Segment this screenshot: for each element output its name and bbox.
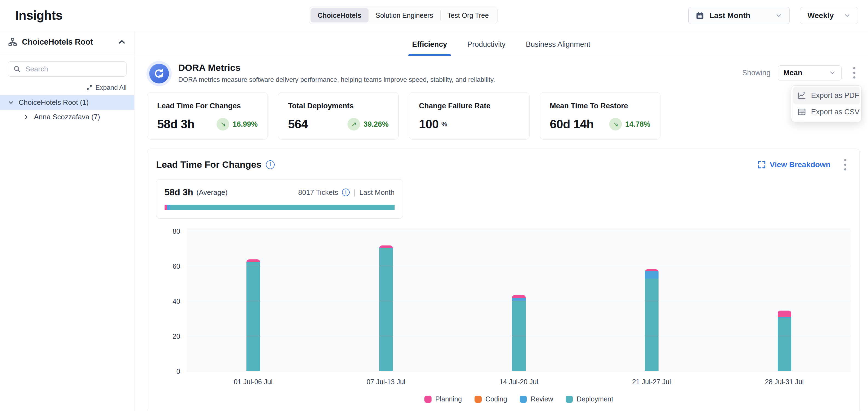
chart-bar[interactable] [379,245,393,371]
x-tick-label: 21 Jul-27 Jul [585,378,718,386]
dora-cycle-icon [149,64,169,83]
chart-bar-slot [718,228,851,371]
showing-mode-dropdown[interactable]: Mean [778,65,842,80]
menu-item-export-as-csv[interactable]: Export as CSV [793,104,860,120]
info-icon[interactable]: i [342,189,350,196]
lead-time-kebab-menu-button[interactable] [840,157,851,172]
expand-diagonal-icon [86,84,93,91]
x-tick-label: 14 Jul-20 Jul [452,378,585,386]
showing-label: Showing [742,69,771,77]
chart-bar[interactable] [645,269,658,371]
lead-time-title: Lead Time For Changes [156,159,261,170]
expand-all-button[interactable]: Expand All [86,84,126,92]
tree-item[interactable]: ChoiceHotels Root (1) [0,95,134,110]
tickets-count: 8017 Tickets [298,188,338,197]
bar-segment-deployment [246,263,260,371]
chart-line-icon [797,91,806,100]
trend-percent: 16.99% [232,120,258,129]
x-tick-label: 07 Jul-13 Jul [319,378,452,386]
menu-item-export-as-pdf[interactable]: Export as PDF [793,87,860,104]
org-tab-test-org-tree[interactable]: Test Org Tree [440,8,496,23]
bar-segment-planning [246,260,260,262]
tab-business-alignment[interactable]: Business Alignment [526,40,590,56]
x-tick-label: 28 Jul-31 Jul [718,378,851,386]
metric-value-row: 100% [419,117,520,131]
chart-bar-slot [319,228,452,371]
lead-time-card: Lead Time For Changes i View Breakdown [147,148,860,411]
gridline-80 [187,231,851,231]
sidebar: ChoiceHotels Root Expand All ChoiceHotel… [0,31,134,411]
bar-segment-planning [512,295,526,298]
trend-badge: ↘14.78% [609,118,650,131]
tree-item-label: Anna Scozzafava (7) [34,113,100,121]
chevron-down-icon[interactable] [8,99,14,106]
date-range-value: Last Month [709,11,770,20]
view-breakdown-button[interactable]: View Breakdown [758,160,831,169]
sidebar-header: ChoiceHotels Root [0,31,134,53]
phase-progress-bar [164,205,395,210]
dora-kebab-menu-button[interactable] [849,65,860,80]
lead-time-chart: 020406080 01 Jul-06 Jul07 Jul-13 Jul14 J… [156,228,851,403]
legend-label: Planning [435,395,462,403]
average-summary-card: 58d 3h (Average) 8017 Tickets i | Last M… [156,179,403,219]
chart-bar[interactable] [512,295,526,371]
trend-percent: 39.26% [363,120,389,129]
dora-metric-cards: Lead Time For Changes58d 3h↘16.99%Total … [147,92,860,140]
legend-item-coding: Coding [474,395,507,403]
tab-efficiency[interactable]: Efficiency [412,40,447,56]
org-tab-choicehotels[interactable]: ChoiceHotels [311,8,369,23]
metric-card-change-failure-rate: Change Failure Rate100% [409,92,530,140]
legend-item-deployment: Deployment [566,395,613,403]
x-axis-labels: 01 Jul-06 Jul07 Jul-13 Jul14 Jul-20 Jul2… [187,378,851,386]
legend-swatch [425,396,432,403]
top-bar: Insights ChoiceHotelsSolution EngineersT… [0,0,868,31]
chart-bars [187,228,851,371]
trend-badge: ↘16.99% [217,118,258,131]
bar-segment-deployment [645,279,658,371]
trend-percent: 14.78% [625,120,650,129]
chart-bar[interactable] [778,311,791,371]
org-tab-solution-engineers[interactable]: Solution Engineers [369,8,440,23]
chevron-down-icon [775,12,782,19]
expand-corners-icon [758,161,766,169]
info-icon[interactable]: i [266,160,275,169]
chart-bar[interactable] [246,260,260,371]
y-tick-label: 60 [173,262,180,270]
legend-item-review: Review [520,395,553,403]
metric-value: 564 [288,117,308,131]
collapse-sidebar-icon[interactable] [117,37,126,46]
search-input[interactable] [8,61,126,77]
dora-header: DORA Metrics DORA metrics measure softwa… [147,62,860,83]
table-icon [797,107,806,116]
tab-productivity[interactable]: Productivity [467,40,506,56]
gridline-60 [187,266,851,266]
dora-title: DORA Metrics [178,62,495,73]
metric-card-lead-time-for-changes: Lead Time For Changes58d 3h↘16.99% [147,92,268,140]
main-tab-bar: EfficiencyProductivityBusiness Alignment [134,31,868,56]
metric-value-row: 564↗39.26% [288,117,389,131]
trend-down-icon: ↘ [217,118,229,131]
date-range-dropdown[interactable]: Last Month [688,7,790,24]
gridline-20 [187,336,851,336]
legend-item-planning: Planning [425,395,462,403]
tree-item[interactable]: Anna Scozzafava (7) [0,110,134,124]
chevron-right-icon[interactable] [23,114,30,121]
menu-item-label: Export as PDF [811,92,859,100]
legend-label: Review [531,395,553,403]
progress-segment-planning [164,205,167,210]
y-tick-label: 20 [173,332,180,340]
chart-bar-slot [452,228,585,371]
granularity-dropdown[interactable]: Weekly [800,7,858,24]
metric-title: Lead Time For Changes [157,102,258,110]
tree-item-label: ChoiceHotels Root (1) [19,98,89,107]
average-suffix: (Average) [196,188,228,197]
org-tab-group: ChoiceHotelsSolution EngineersTest Org T… [309,7,498,24]
bar-segment-planning [379,245,393,248]
top-controls: Last Month Weekly [688,7,858,24]
menu-item-label: Export as CSV [811,108,860,116]
bar-segment-review [512,298,526,301]
bar-segment-deployment [379,248,393,371]
chart-plot [187,228,851,371]
metric-card-mean-time-to-restore: Mean Time To Restore60d 14h↘14.78% [540,92,660,140]
metric-value-row: 58d 3h↘16.99% [157,117,258,131]
